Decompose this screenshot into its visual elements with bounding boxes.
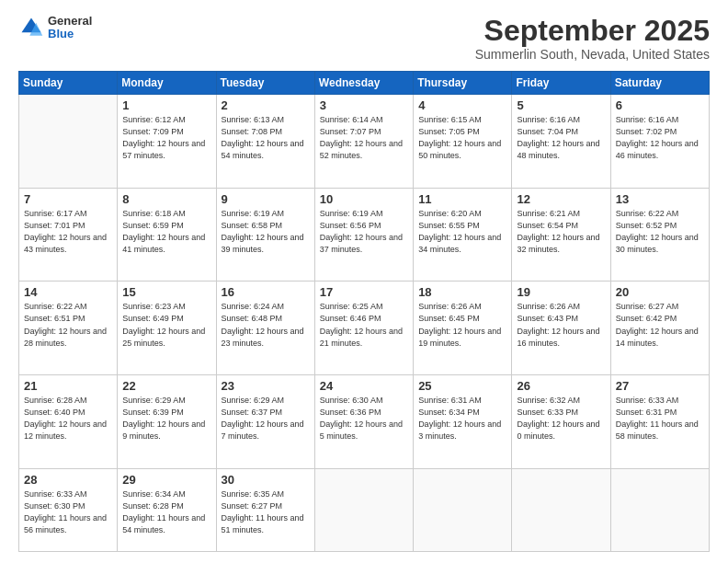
day-info: Sunrise: 6:29 AM Sunset: 6:39 PM Dayligh… bbox=[122, 395, 210, 442]
day-number: 1 bbox=[122, 98, 210, 112]
table-row: 10Sunrise: 6:19 AM Sunset: 6:56 PM Dayli… bbox=[314, 188, 413, 282]
col-thursday: Thursday bbox=[414, 72, 512, 95]
day-number: 30 bbox=[222, 473, 310, 487]
day-number: 10 bbox=[320, 192, 408, 206]
day-info: Sunrise: 6:33 AM Sunset: 6:31 PM Dayligh… bbox=[616, 395, 704, 442]
col-monday: Monday bbox=[118, 72, 216, 95]
col-friday: Friday bbox=[512, 72, 610, 95]
logo-icon bbox=[18, 15, 44, 40]
col-sunday: Sunday bbox=[19, 72, 118, 95]
day-number: 3 bbox=[320, 98, 408, 112]
day-number: 20 bbox=[616, 285, 704, 299]
table-row: 17Sunrise: 6:25 AM Sunset: 6:46 PM Dayli… bbox=[314, 282, 413, 375]
day-number: 29 bbox=[122, 473, 210, 487]
calendar-week-row: 7Sunrise: 6:17 AM Sunset: 7:01 PM Daylig… bbox=[19, 188, 710, 282]
day-number: 19 bbox=[517, 285, 605, 299]
day-info: Sunrise: 6:24 AM Sunset: 6:48 PM Dayligh… bbox=[222, 301, 310, 349]
day-info: Sunrise: 6:33 AM Sunset: 6:30 PM Dayligh… bbox=[24, 488, 112, 536]
day-info: Sunrise: 6:17 AM Sunset: 7:01 PM Dayligh… bbox=[24, 208, 112, 256]
col-tuesday: Tuesday bbox=[216, 72, 314, 95]
day-number: 18 bbox=[418, 285, 506, 299]
day-info: Sunrise: 6:30 AM Sunset: 6:36 PM Dayligh… bbox=[320, 395, 408, 442]
table-row: 5Sunrise: 6:16 AM Sunset: 7:04 PM Daylig… bbox=[512, 95, 610, 189]
table-row: 28Sunrise: 6:33 AM Sunset: 6:30 PM Dayli… bbox=[19, 468, 118, 551]
day-info: Sunrise: 6:26 AM Sunset: 6:43 PM Dayligh… bbox=[517, 301, 605, 349]
day-info: Sunrise: 6:12 AM Sunset: 7:09 PM Dayligh… bbox=[122, 114, 210, 162]
day-info: Sunrise: 6:22 AM Sunset: 6:52 PM Dayligh… bbox=[616, 208, 704, 256]
day-number: 4 bbox=[418, 98, 506, 112]
day-info: Sunrise: 6:16 AM Sunset: 7:04 PM Dayligh… bbox=[517, 114, 605, 162]
day-info: Sunrise: 6:16 AM Sunset: 7:02 PM Dayligh… bbox=[616, 114, 704, 162]
logo-blue-text: Blue bbox=[48, 28, 92, 40]
day-info: Sunrise: 6:22 AM Sunset: 6:51 PM Dayligh… bbox=[24, 301, 112, 349]
day-info: Sunrise: 6:15 AM Sunset: 7:05 PM Dayligh… bbox=[418, 114, 506, 162]
table-row: 21Sunrise: 6:28 AM Sunset: 6:40 PM Dayli… bbox=[19, 375, 118, 469]
day-number: 9 bbox=[222, 192, 310, 206]
table-row: 14Sunrise: 6:22 AM Sunset: 6:51 PM Dayli… bbox=[19, 282, 118, 375]
day-number: 5 bbox=[517, 98, 605, 112]
table-row bbox=[414, 468, 512, 551]
table-row: 20Sunrise: 6:27 AM Sunset: 6:42 PM Dayli… bbox=[610, 282, 709, 375]
table-row bbox=[314, 468, 413, 551]
table-row: 18Sunrise: 6:26 AM Sunset: 6:45 PM Dayli… bbox=[414, 282, 512, 375]
day-number: 23 bbox=[222, 379, 310, 393]
col-saturday: Saturday bbox=[610, 72, 709, 95]
day-number: 26 bbox=[517, 379, 605, 393]
day-number: 15 bbox=[122, 285, 210, 299]
day-number: 17 bbox=[320, 285, 408, 299]
logo-general-text: General bbox=[48, 15, 92, 28]
calendar-header-row: Sunday Monday Tuesday Wednesday Thursday… bbox=[19, 72, 710, 95]
table-row bbox=[610, 468, 709, 551]
month-title: September 2025 bbox=[475, 15, 710, 47]
day-info: Sunrise: 6:14 AM Sunset: 7:07 PM Dayligh… bbox=[320, 114, 408, 162]
day-number: 22 bbox=[122, 379, 210, 393]
table-row: 29Sunrise: 6:34 AM Sunset: 6:28 PM Dayli… bbox=[118, 468, 216, 551]
day-info: Sunrise: 6:23 AM Sunset: 6:49 PM Dayligh… bbox=[122, 301, 210, 349]
day-info: Sunrise: 6:32 AM Sunset: 6:33 PM Dayligh… bbox=[517, 395, 605, 442]
day-number: 12 bbox=[517, 192, 605, 206]
table-row: 4Sunrise: 6:15 AM Sunset: 7:05 PM Daylig… bbox=[414, 95, 512, 189]
day-info: Sunrise: 6:34 AM Sunset: 6:28 PM Dayligh… bbox=[122, 488, 210, 536]
table-row: 6Sunrise: 6:16 AM Sunset: 7:02 PM Daylig… bbox=[610, 95, 709, 189]
table-row: 9Sunrise: 6:19 AM Sunset: 6:58 PM Daylig… bbox=[216, 188, 314, 282]
location-text: Summerlin South, Nevada, United States bbox=[475, 47, 710, 62]
page: General Blue September 2025 Summerlin So… bbox=[0, 0, 728, 563]
table-row: 8Sunrise: 6:18 AM Sunset: 6:59 PM Daylig… bbox=[118, 188, 216, 282]
calendar-week-row: 28Sunrise: 6:33 AM Sunset: 6:30 PM Dayli… bbox=[19, 468, 710, 551]
logo: General Blue bbox=[18, 15, 92, 41]
table-row: 3Sunrise: 6:14 AM Sunset: 7:07 PM Daylig… bbox=[314, 95, 413, 189]
day-info: Sunrise: 6:28 AM Sunset: 6:40 PM Dayligh… bbox=[24, 395, 112, 442]
table-row bbox=[19, 95, 118, 189]
table-row: 12Sunrise: 6:21 AM Sunset: 6:54 PM Dayli… bbox=[512, 188, 610, 282]
table-row: 16Sunrise: 6:24 AM Sunset: 6:48 PM Dayli… bbox=[216, 282, 314, 375]
day-info: Sunrise: 6:35 AM Sunset: 6:27 PM Dayligh… bbox=[222, 488, 310, 536]
table-row: 7Sunrise: 6:17 AM Sunset: 7:01 PM Daylig… bbox=[19, 188, 118, 282]
table-row: 27Sunrise: 6:33 AM Sunset: 6:31 PM Dayli… bbox=[610, 375, 709, 469]
day-number: 7 bbox=[24, 192, 112, 206]
day-number: 14 bbox=[24, 285, 112, 299]
day-info: Sunrise: 6:20 AM Sunset: 6:55 PM Dayligh… bbox=[418, 208, 506, 256]
day-info: Sunrise: 6:27 AM Sunset: 6:42 PM Dayligh… bbox=[616, 301, 704, 349]
table-row: 22Sunrise: 6:29 AM Sunset: 6:39 PM Dayli… bbox=[118, 375, 216, 469]
calendar-week-row: 21Sunrise: 6:28 AM Sunset: 6:40 PM Dayli… bbox=[19, 375, 710, 469]
day-number: 11 bbox=[418, 192, 506, 206]
day-number: 25 bbox=[418, 379, 506, 393]
day-number: 28 bbox=[24, 473, 112, 487]
day-number: 13 bbox=[616, 192, 704, 206]
day-number: 27 bbox=[616, 379, 704, 393]
day-info: Sunrise: 6:25 AM Sunset: 6:46 PM Dayligh… bbox=[320, 301, 408, 349]
logo-text: General Blue bbox=[48, 15, 92, 41]
day-info: Sunrise: 6:21 AM Sunset: 6:54 PM Dayligh… bbox=[517, 208, 605, 256]
title-block: September 2025 Summerlin South, Nevada, … bbox=[475, 15, 710, 62]
day-info: Sunrise: 6:31 AM Sunset: 6:34 PM Dayligh… bbox=[418, 395, 506, 442]
table-row: 11Sunrise: 6:20 AM Sunset: 6:55 PM Dayli… bbox=[414, 188, 512, 282]
table-row: 2Sunrise: 6:13 AM Sunset: 7:08 PM Daylig… bbox=[216, 95, 314, 189]
col-wednesday: Wednesday bbox=[314, 72, 413, 95]
day-number: 16 bbox=[222, 285, 310, 299]
day-info: Sunrise: 6:19 AM Sunset: 6:58 PM Dayligh… bbox=[222, 208, 310, 256]
table-row: 23Sunrise: 6:29 AM Sunset: 6:37 PM Dayli… bbox=[216, 375, 314, 469]
day-number: 2 bbox=[222, 98, 310, 112]
day-number: 6 bbox=[616, 98, 704, 112]
table-row: 25Sunrise: 6:31 AM Sunset: 6:34 PM Dayli… bbox=[414, 375, 512, 469]
table-row: 19Sunrise: 6:26 AM Sunset: 6:43 PM Dayli… bbox=[512, 282, 610, 375]
